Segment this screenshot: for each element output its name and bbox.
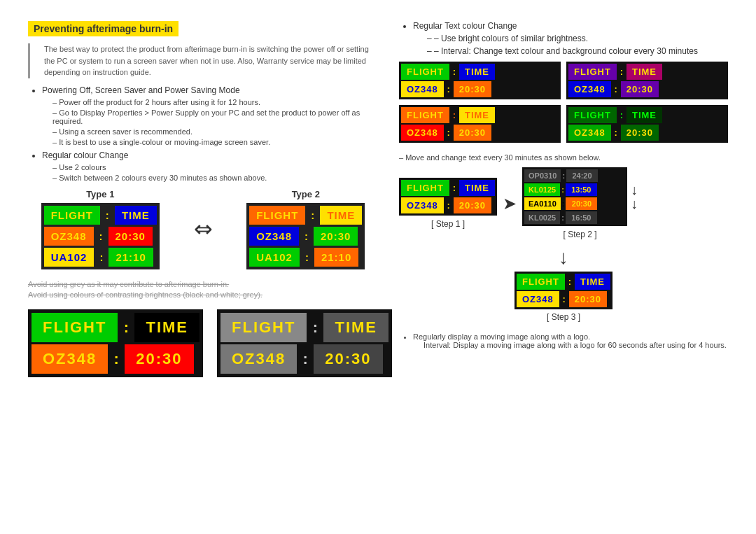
colon-cell: : <box>301 227 312 246</box>
large-colon: : <box>110 344 122 374</box>
intro-text: The best way to protect the product from… <box>28 43 378 78</box>
scroll-row-3: EA0110 : 20:30 <box>524 197 625 210</box>
ua102-cell: UA102 <box>44 248 94 267</box>
sub-list: Use 2 colours Switch between 2 colours e… <box>42 163 378 182</box>
large-flight-cell: FLIGHT <box>31 313 118 342</box>
large-oz-cell: OZ348 <box>31 344 108 374</box>
mini-oz: OZ348 <box>401 81 444 97</box>
mini-colon: : <box>445 81 452 97</box>
sub-item: – Use bright colours of similar brightne… <box>427 34 728 43</box>
colon-cell: : <box>307 206 318 225</box>
left-column: Preventing afterimage burn-in The best w… <box>28 21 378 377</box>
step2-label: [ Step 2 ] <box>563 230 596 239</box>
board-data-row: OZ348 : 20:30 <box>249 227 362 246</box>
mini-oz: OZ348 <box>568 81 611 97</box>
step2-board-row: OP0310 : 24:20 KL0125 : 13:50 EA0110 <box>522 167 638 226</box>
step3-label: [ Step 3 ] <box>547 312 580 322</box>
mini-oz: OZ348 <box>568 125 611 141</box>
mini-colon: : <box>561 291 568 307</box>
section-title: Preventing afterimage burn-in <box>28 21 178 36</box>
mini-colon: : <box>612 81 620 97</box>
scroll-row-2: KL0125 : 13:50 <box>524 183 625 196</box>
mini-time: TIME <box>459 64 495 80</box>
mini-data-row: OZ348 : 20:30 <box>401 125 559 141</box>
step3-t: 20:30 <box>569 291 607 307</box>
mini-header-row: FLIGHT : TIME <box>568 64 726 80</box>
scroll-cell: OP0310 <box>524 169 561 182</box>
list-item: Regular colour Change Use 2 colours Swit… <box>42 150 378 182</box>
board-header-row: FLIGHT : TIME <box>44 206 157 225</box>
mini-header-row: FLIGHT : TIME <box>401 180 495 196</box>
step1-container: FLIGHT : TIME OZ348 : 20:30 [ Step 1 ] <box>399 178 497 229</box>
step1-time: TIME <box>459 180 495 196</box>
sub-item: – Interval: Change text colour and backg… <box>427 46 728 56</box>
avoid-text-2: Avoid using colours of contrasting brigh… <box>28 290 378 299</box>
scroll-cell: KL0125 <box>524 183 560 196</box>
mini-data-row: OZ348 : 20:30 <box>568 81 726 97</box>
regular-section: Regularly display a moving image along w… <box>399 332 728 349</box>
large-time-data: 20:30 <box>125 344 193 374</box>
example-board-3: FLIGHT : TIME OZ348 : 20:30 <box>399 105 561 143</box>
mini-colon: : <box>451 180 458 196</box>
colon-cell: : <box>102 206 113 225</box>
example-board-1: FLIGHT : TIME OZ348 : 20:30 <box>399 62 561 99</box>
large-time-cell: TIME <box>134 313 200 342</box>
move-section: Move and change text every 30 minutes as… <box>399 153 728 349</box>
avoid-text-1: Avoid using grey as it may contribute to… <box>28 280 378 288</box>
sub-item: Switch between 2 colours every 30 minute… <box>52 174 378 182</box>
colon-cell: : <box>96 227 106 246</box>
scroll-cell: 24:20 <box>566 169 598 182</box>
flight-cell: FLIGHT <box>44 206 100 225</box>
mini-t: 20:30 <box>621 125 659 141</box>
time-cell: TIME <box>320 206 362 225</box>
steps-row: FLIGHT : TIME OZ348 : 20:30 [ Step 1 ] ➤ <box>399 167 728 239</box>
mini-t: 20:30 <box>454 81 491 97</box>
step3-board: FLIGHT : TIME OZ348 : 20:30 <box>514 272 612 309</box>
colon: : <box>562 169 565 182</box>
mini-data-row: OZ348 : 20:30 <box>401 81 559 97</box>
type2-block: Type 2 FLIGHT : TIME OZ348 : 20:30 UA102 <box>234 189 379 269</box>
large-time-cell: TIME <box>323 313 388 342</box>
color-examples-grid: FLIGHT : TIME OZ348 : 20:30 FLIGHT : TIM… <box>399 62 728 143</box>
type1-label: Type 1 <box>28 189 173 199</box>
colon-cell: : <box>96 248 106 267</box>
type2-board: FLIGHT : TIME OZ348 : 20:30 UA102 : 21:1… <box>246 203 365 269</box>
board-data-row: OZ348 : 20:30 <box>44 227 157 246</box>
sub-item: Power off the product for 2 hours after … <box>52 98 378 106</box>
step1-flight: FLIGHT <box>401 180 449 196</box>
right-intro: Regular Text colour Change – Use bright … <box>399 21 728 56</box>
large-oz-cell: OZ348 <box>220 344 297 374</box>
scroll-cell: KL0025 <box>524 211 560 224</box>
mini-data-row: OZ348 : 20:30 <box>568 125 726 141</box>
mini-flight: FLIGHT <box>401 64 449 80</box>
scroll-cell: 20:30 <box>566 197 597 210</box>
time-data-cell: 20:30 <box>314 227 358 246</box>
mini-data-row: OZ348 : 20:30 <box>517 291 610 307</box>
step3-col: ↓ FLIGHT : TIME OZ348 : 20:30 [ Step 3 ] <box>399 246 728 322</box>
step1-oz: OZ348 <box>401 197 444 213</box>
sub-list: Power off the product for 2 hours after … <box>42 98 378 146</box>
mini-colon: : <box>566 274 573 290</box>
large-header-row: FLIGHT : TIME <box>220 313 388 342</box>
mini-t: 20:30 <box>454 125 491 141</box>
mini-t: 20:30 <box>621 81 659 97</box>
example-board-2: FLIGHT : TIME OZ348 : 20:30 <box>566 62 728 99</box>
large-data-row: OZ348 : 20:30 <box>31 344 200 374</box>
scroll-cell: 16:50 <box>566 211 597 224</box>
mini-time: TIME <box>626 64 662 80</box>
mini-header-row: FLIGHT : TIME <box>517 274 610 290</box>
type2-label: Type 2 <box>234 189 379 199</box>
arrow-icon: ⇔ <box>194 216 213 242</box>
down-arrow-icon: ↓ <box>559 246 568 269</box>
sub-item: It is best to use a single-colour or mov… <box>52 138 378 146</box>
types-row: Type 1 FLIGHT : TIME OZ348 : 20:30 UA102 <box>28 189 378 269</box>
board-data-row2: UA102 : 21:10 <box>249 248 362 267</box>
step1-t: 20:30 <box>454 197 491 213</box>
scroll-cell: EA0110 <box>524 197 561 210</box>
sub-item: Go to Display Properties > Power Supply … <box>52 108 378 125</box>
colon: : <box>561 183 564 196</box>
bullet2-title: Regular colour Change <box>42 150 128 160</box>
mini-colon: : <box>451 64 458 80</box>
large-flight-cell: FLIGHT <box>220 313 307 342</box>
regular-note1: Regularly display a moving image along w… <box>399 332 728 349</box>
